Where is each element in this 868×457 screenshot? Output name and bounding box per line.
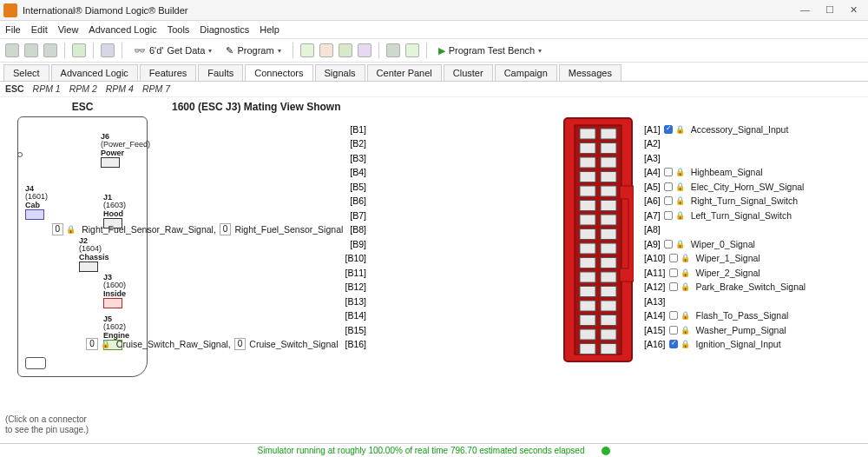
pin-b11: [B11]: [210, 265, 375, 280]
new-icon[interactable]: [5, 43, 19, 57]
toolbar: 👓 6'd' Get Data ▾ ✎ Program ▾ ▶ Program …: [0, 38, 868, 63]
status-led-icon: [602, 447, 610, 455]
main-tabs: SelectAdvanced LogicFeaturesFaultsConnec…: [0, 63, 868, 82]
getdata-label: Get Data: [167, 45, 205, 56]
pin-b7: [B7]: [210, 208, 375, 222]
svg-rect-22: [580, 272, 595, 282]
maximize-button[interactable]: ☐: [825, 4, 834, 16]
pin-b14: [B14]: [210, 308, 375, 323]
tab-center-panel[interactable]: Center Panel: [367, 64, 442, 81]
bug-icon[interactable]: [358, 43, 372, 57]
signal-checkbox[interactable]: [664, 196, 673, 205]
pin-a15: [A15]🔒Washer_Pump_Signal: [641, 322, 790, 337]
signal-checkbox[interactable]: [664, 182, 673, 191]
signal-checkbox[interactable]: [664, 211, 673, 220]
content-area: ESC J6(Power_Feed)PowerJ4(1601)CabJ1(160…: [0, 97, 868, 443]
menubar: FileEditViewAdvanced LogicToolsDiagnosti…: [0, 21, 868, 38]
menu-advanced-logic[interactable]: Advanced Logic: [89, 24, 156, 35]
connector-j2[interactable]: J2(1604)Chassis: [79, 237, 109, 272]
pin-a16: [A16]🔒Ignition_Signal_Input: [641, 337, 785, 352]
play-icon: ▶: [438, 45, 445, 56]
pin-b6: [B6]: [210, 194, 375, 209]
svg-rect-17: [601, 229, 616, 240]
menu-file[interactable]: File: [5, 24, 21, 35]
menu-diagnostics[interactable]: Diagnostics: [200, 24, 249, 35]
tab-faults[interactable]: Faults: [198, 64, 243, 81]
open-icon[interactable]: [24, 43, 38, 57]
pin-a2: [A2]: [641, 136, 664, 151]
subtab-rpm-1[interactable]: RPM 1: [33, 83, 61, 95]
eyeglass-icon: 👓: [134, 45, 146, 56]
minimize-button[interactable]: —: [800, 4, 810, 16]
pin-a3: [A3]: [641, 150, 664, 165]
close-button[interactable]: ✕: [850, 4, 858, 16]
eraser-icon[interactable]: [386, 43, 400, 57]
svg-rect-2: [580, 129, 595, 139]
signal-checkbox[interactable]: [664, 168, 673, 176]
menu-edit[interactable]: Edit: [31, 24, 48, 35]
refresh-icon[interactable]: [72, 43, 86, 57]
tab-campaign[interactable]: Campaign: [495, 64, 557, 81]
pin-b3: [B3]: [210, 150, 375, 165]
value-input[interactable]: 0: [86, 338, 98, 350]
signal-checkbox[interactable]: [669, 282, 678, 291]
wrench-icon[interactable]: [405, 43, 419, 57]
tab-advanced-logic[interactable]: Advanced Logic: [51, 64, 138, 81]
connector-j3[interactable]: J3(1600)Inside: [103, 274, 126, 308]
pin-b2: [B2]: [210, 136, 375, 151]
tool-icon-1[interactable]: [300, 43, 314, 57]
svg-rect-3: [601, 129, 616, 139]
tab-select[interactable]: Select: [3, 64, 49, 81]
subtab-rpm-4[interactable]: RPM 4: [106, 83, 134, 95]
svg-rect-10: [580, 186, 595, 196]
program-label: Program: [237, 45, 273, 56]
program-button[interactable]: ✎ Program ▾: [221, 43, 285, 59]
connector-j6[interactable]: J6(Power_Feed)Power: [101, 133, 150, 168]
lock-icon: 🔒: [66, 225, 76, 234]
signal-checkbox[interactable]: [664, 240, 673, 248]
tab-features[interactable]: Features: [140, 64, 196, 81]
app-icon: [3, 3, 17, 17]
esc-panel: ESC J6(Power_Feed)PowerJ4(1601)CabJ1(160…: [0, 97, 165, 443]
gear-icon[interactable]: [339, 43, 352, 57]
svg-rect-7: [601, 157, 616, 168]
signal-checkbox[interactable]: [669, 326, 678, 334]
value-input[interactable]: 0: [52, 223, 64, 235]
pin-b10: [B10]: [210, 251, 375, 266]
program-test-bench-button[interactable]: ▶ Program Test Bench ▾: [434, 43, 546, 59]
print-icon[interactable]: [101, 43, 115, 57]
menu-tools[interactable]: Tools: [168, 24, 190, 35]
menu-view[interactable]: View: [58, 24, 79, 35]
value-input[interactable]: 0: [234, 338, 247, 350]
pin-a9: [A9]🔒Wiper_0_Signal: [641, 236, 759, 251]
getdata-button[interactable]: 👓 6'd' Get Data ▾: [129, 43, 216, 59]
subtab-esc[interactable]: ESC: [5, 83, 24, 95]
lock-icon: 🔒: [675, 182, 685, 191]
signal-checkbox[interactable]: [664, 125, 673, 134]
pin-b16: 0🔒Cruise_Switch_Raw_Signal,0Cruise_Switc…: [210, 337, 375, 352]
sub-tabs: ESCRPM 1RPM 2RPM 4RPM 7: [0, 82, 868, 97]
tab-cluster[interactable]: Cluster: [444, 64, 493, 81]
pin-b12: [B12]: [210, 280, 375, 295]
tab-signals[interactable]: Signals: [315, 64, 365, 81]
svg-rect-21: [601, 258, 616, 268]
save-icon[interactable]: [43, 43, 57, 57]
connector-j4[interactable]: J4(1601)Cab: [25, 185, 48, 220]
svg-rect-25: [601, 287, 616, 297]
subtab-rpm-2[interactable]: RPM 2: [69, 83, 97, 95]
tab-connectors[interactable]: Connectors: [245, 64, 312, 81]
menu-help[interactable]: Help: [260, 24, 279, 35]
lock-icon: 🔒: [675, 168, 685, 176]
signal-checkbox[interactable]: [669, 311, 678, 320]
ptb-label: Program Test Bench: [449, 45, 535, 56]
signal-checkbox[interactable]: [669, 254, 678, 262]
subtab-rpm-7[interactable]: RPM 7: [142, 83, 170, 95]
svg-rect-16: [580, 229, 595, 240]
signal-checkbox[interactable]: [669, 340, 678, 348]
value-input[interactable]: 0: [220, 223, 232, 235]
tab-messages[interactable]: Messages: [559, 64, 621, 81]
tool-icon-2[interactable]: [319, 43, 333, 57]
lock-icon: 🔒: [681, 254, 690, 262]
svg-rect-29: [601, 315, 616, 326]
signal-checkbox[interactable]: [669, 268, 678, 277]
